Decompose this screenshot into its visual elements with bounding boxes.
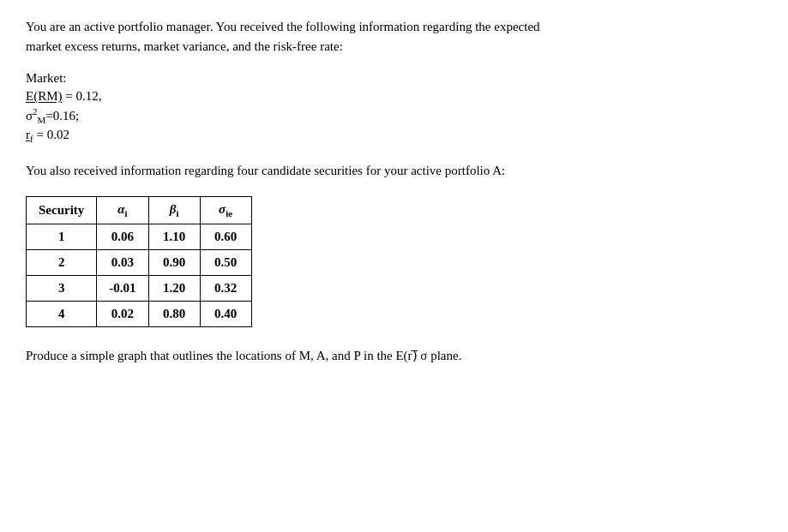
cell-beta-2: 0.90 xyxy=(148,249,200,275)
table-body: 1 0.06 1.10 0.60 2 0.03 0.90 0.50 3 -0.0… xyxy=(27,224,252,326)
erm-underline: E(RM) xyxy=(26,89,63,103)
cell-sec-4: 4 xyxy=(27,301,97,326)
cell-sec-2: 2 xyxy=(27,249,97,275)
cell-beta-4: 0.80 xyxy=(148,301,200,326)
market-section: Market: E(RM) = 0.12, σ2M=0.16; rf = 0.0… xyxy=(26,71,762,144)
erm-line: E(RM) = 0.12, xyxy=(26,89,762,104)
table-row: 3 -0.01 1.20 0.32 xyxy=(27,275,252,301)
cell-alpha-4: 0.02 xyxy=(97,301,148,326)
intro-line2: market excess returns, market variance, … xyxy=(26,39,343,53)
bottom-line: Produce a simple graph that outlines the… xyxy=(26,349,461,362)
intro-line1: You are an active portfolio manager. You… xyxy=(26,20,540,33)
rf-val: = 0.02 xyxy=(33,128,69,141)
cell-beta-3: 1.20 xyxy=(148,275,200,301)
table-row: 2 0.03 0.90 0.50 xyxy=(27,249,252,275)
cell-beta-1: 1.10 xyxy=(148,224,200,249)
col-alpha: αi xyxy=(97,196,148,224)
cell-alpha-2: 0.03 xyxy=(97,249,148,275)
rf-line: rf = 0.02 xyxy=(26,128,762,144)
rf-underline: rf xyxy=(26,128,33,141)
cell-sigma-2: 0.50 xyxy=(200,249,251,275)
market-label: Market: xyxy=(26,71,762,86)
bottom-text: Produce a simple graph that outlines the… xyxy=(26,346,762,366)
cell-sec-1: 1 xyxy=(27,224,97,249)
col-security: Security xyxy=(27,196,97,224)
sigma-line: σ2M=0.16; xyxy=(26,106,762,125)
sigma-symbol: σ2M=0.16; xyxy=(26,109,79,123)
cell-alpha-1: 0.06 xyxy=(97,224,148,249)
candidate-text: You also received information regarding … xyxy=(26,161,762,181)
col-sigma: σie xyxy=(200,196,251,224)
col-beta: βi xyxy=(148,196,200,224)
table-container: Security αi βi σie 1 0.06 1.10 0.60 2 0.… xyxy=(26,196,762,327)
table-row: 4 0.02 0.80 0.40 xyxy=(27,301,252,326)
erm-val: = 0.12, xyxy=(63,89,102,103)
cell-sigma-3: 0.32 xyxy=(200,275,251,301)
table-row: 1 0.06 1.10 0.60 xyxy=(27,224,252,249)
securities-table: Security αi βi σie 1 0.06 1.10 0.60 2 0.… xyxy=(26,196,252,327)
cell-sigma-4: 0.40 xyxy=(200,301,251,326)
cell-sigma-1: 0.60 xyxy=(200,224,251,249)
cell-alpha-3: -0.01 xyxy=(97,275,148,301)
table-header-row: Security αi βi σie xyxy=(27,196,252,224)
cell-sec-3: 3 xyxy=(27,275,97,301)
content-area: You are an active portfolio manager. You… xyxy=(26,17,762,365)
intro-paragraph: You are an active portfolio manager. You… xyxy=(26,17,762,56)
